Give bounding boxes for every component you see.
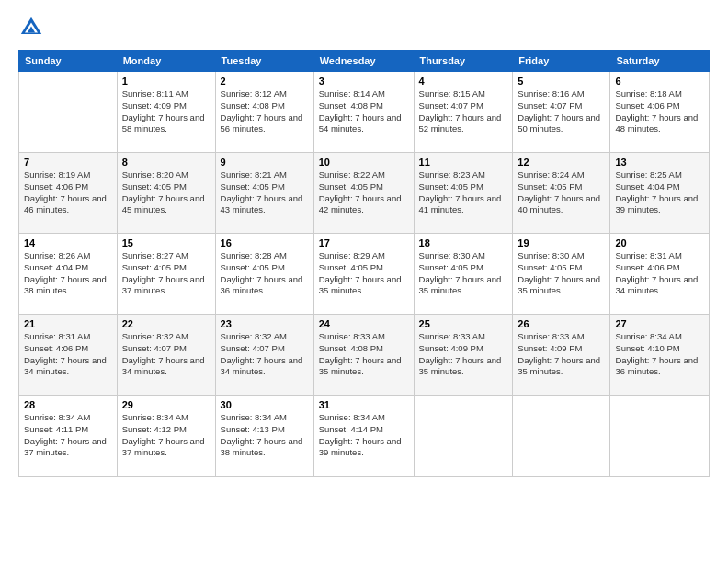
calendar-cell: 16Sunrise: 8:28 AMSunset: 4:05 PMDayligh… (215, 234, 313, 315)
day-detail: Sunrise: 8:24 AMSunset: 4:05 PMDaylight:… (518, 169, 605, 216)
day-number: 5 (518, 75, 605, 86)
day-number: 21 (24, 318, 112, 329)
day-number: 24 (319, 318, 409, 329)
day-detail: Sunrise: 8:34 AMSunset: 4:13 PMDaylight:… (221, 412, 309, 459)
day-number: 19 (518, 237, 605, 248)
calendar-cell: 6Sunrise: 8:18 AMSunset: 4:06 PMDaylight… (610, 72, 710, 153)
weekday-header: Saturday (610, 51, 710, 72)
day-detail: Sunrise: 8:11 AMSunset: 4:09 PMDaylight:… (122, 88, 210, 135)
calendar-cell: 15Sunrise: 8:27 AMSunset: 4:05 PMDayligh… (117, 234, 215, 315)
weekday-header: Thursday (414, 51, 513, 72)
calendar-cell: 26Sunrise: 8:33 AMSunset: 4:09 PMDayligh… (513, 315, 610, 396)
calendar-cell: 28Sunrise: 8:34 AMSunset: 4:11 PMDayligh… (19, 396, 118, 477)
calendar-cell: 31Sunrise: 8:34 AMSunset: 4:14 PMDayligh… (313, 396, 414, 477)
calendar-cell: 18Sunrise: 8:30 AMSunset: 4:05 PMDayligh… (414, 234, 513, 315)
logo (18, 15, 48, 40)
day-number: 1 (122, 75, 210, 86)
calendar-cell: 5Sunrise: 8:16 AMSunset: 4:07 PMDaylight… (513, 72, 610, 153)
calendar-cell: 1Sunrise: 8:11 AMSunset: 4:09 PMDaylight… (117, 72, 215, 153)
weekday-header: Monday (117, 51, 215, 72)
calendar-week-row: 14Sunrise: 8:26 AMSunset: 4:04 PMDayligh… (19, 234, 710, 315)
calendar-cell: 13Sunrise: 8:25 AMSunset: 4:04 PMDayligh… (610, 153, 710, 234)
calendar-week-row: 21Sunrise: 8:31 AMSunset: 4:06 PMDayligh… (19, 315, 710, 396)
day-number: 6 (615, 75, 704, 86)
day-detail: Sunrise: 8:12 AMSunset: 4:08 PMDaylight:… (221, 88, 309, 135)
calendar-cell: 2Sunrise: 8:12 AMSunset: 4:08 PMDaylight… (215, 72, 313, 153)
day-detail: Sunrise: 8:19 AMSunset: 4:06 PMDaylight:… (24, 169, 112, 216)
calendar-cell: 9Sunrise: 8:21 AMSunset: 4:05 PMDaylight… (215, 153, 313, 234)
day-detail: Sunrise: 8:15 AMSunset: 4:07 PMDaylight:… (419, 88, 508, 135)
calendar-cell: 21Sunrise: 8:31 AMSunset: 4:06 PMDayligh… (19, 315, 118, 396)
day-detail: Sunrise: 8:33 AMSunset: 4:08 PMDaylight:… (319, 331, 409, 378)
calendar-cell: 11Sunrise: 8:23 AMSunset: 4:05 PMDayligh… (414, 153, 513, 234)
calendar-cell: 25Sunrise: 8:33 AMSunset: 4:09 PMDayligh… (414, 315, 513, 396)
day-detail: Sunrise: 8:34 AMSunset: 4:11 PMDaylight:… (24, 412, 112, 459)
day-number: 9 (221, 156, 309, 167)
day-number: 28 (24, 399, 112, 410)
day-detail: Sunrise: 8:21 AMSunset: 4:05 PMDaylight:… (221, 169, 309, 216)
day-number: 20 (615, 237, 704, 248)
calendar-cell: 23Sunrise: 8:32 AMSunset: 4:07 PMDayligh… (215, 315, 313, 396)
weekday-header: Wednesday (313, 51, 414, 72)
day-number: 25 (419, 318, 508, 329)
calendar-cell (19, 72, 118, 153)
day-detail: Sunrise: 8:30 AMSunset: 4:05 PMDaylight:… (518, 250, 605, 297)
calendar-cell: 22Sunrise: 8:32 AMSunset: 4:07 PMDayligh… (117, 315, 215, 396)
calendar-cell: 3Sunrise: 8:14 AMSunset: 4:08 PMDaylight… (313, 72, 414, 153)
day-detail: Sunrise: 8:33 AMSunset: 4:09 PMDaylight:… (419, 331, 508, 378)
calendar-cell: 19Sunrise: 8:30 AMSunset: 4:05 PMDayligh… (513, 234, 610, 315)
day-number: 2 (221, 75, 309, 86)
day-number: 3 (319, 75, 409, 86)
calendar-cell: 27Sunrise: 8:34 AMSunset: 4:10 PMDayligh… (610, 315, 710, 396)
day-number: 10 (319, 156, 409, 167)
day-number: 8 (122, 156, 210, 167)
calendar-cell: 24Sunrise: 8:33 AMSunset: 4:08 PMDayligh… (313, 315, 414, 396)
day-detail: Sunrise: 8:26 AMSunset: 4:04 PMDaylight:… (24, 250, 112, 297)
day-number: 15 (122, 237, 210, 248)
day-number: 4 (419, 75, 508, 86)
header (18, 15, 710, 40)
day-number: 13 (615, 156, 704, 167)
calendar-week-row: 28Sunrise: 8:34 AMSunset: 4:11 PMDayligh… (19, 396, 710, 477)
day-detail: Sunrise: 8:27 AMSunset: 4:05 PMDaylight:… (122, 250, 210, 297)
day-number: 12 (518, 156, 605, 167)
day-number: 26 (518, 318, 605, 329)
calendar-table: SundayMondayTuesdayWednesdayThursdayFrid… (18, 50, 710, 477)
calendar-cell (513, 396, 610, 477)
day-detail: Sunrise: 8:31 AMSunset: 4:06 PMDaylight:… (615, 250, 704, 297)
day-detail: Sunrise: 8:30 AMSunset: 4:05 PMDaylight:… (419, 250, 508, 297)
calendar-cell (610, 396, 710, 477)
day-detail: Sunrise: 8:28 AMSunset: 4:05 PMDaylight:… (221, 250, 309, 297)
day-number: 23 (221, 318, 309, 329)
day-number: 7 (24, 156, 112, 167)
day-detail: Sunrise: 8:32 AMSunset: 4:07 PMDaylight:… (221, 331, 309, 378)
calendar-cell: 10Sunrise: 8:22 AMSunset: 4:05 PMDayligh… (313, 153, 414, 234)
calendar-cell (414, 396, 513, 477)
weekday-header: Tuesday (215, 51, 313, 72)
day-detail: Sunrise: 8:16 AMSunset: 4:07 PMDaylight:… (518, 88, 605, 135)
calendar-week-row: 7Sunrise: 8:19 AMSunset: 4:06 PMDaylight… (19, 153, 710, 234)
day-number: 31 (319, 399, 409, 410)
day-number: 11 (419, 156, 508, 167)
day-detail: Sunrise: 8:32 AMSunset: 4:07 PMDaylight:… (122, 331, 210, 378)
calendar-cell: 7Sunrise: 8:19 AMSunset: 4:06 PMDaylight… (19, 153, 118, 234)
calendar-cell: 29Sunrise: 8:34 AMSunset: 4:12 PMDayligh… (117, 396, 215, 477)
day-number: 27 (615, 318, 704, 329)
day-detail: Sunrise: 8:25 AMSunset: 4:04 PMDaylight:… (615, 169, 704, 216)
day-detail: Sunrise: 8:33 AMSunset: 4:09 PMDaylight:… (518, 331, 605, 378)
weekday-header: Sunday (19, 51, 118, 72)
calendar-week-row: 1Sunrise: 8:11 AMSunset: 4:09 PMDaylight… (19, 72, 710, 153)
day-detail: Sunrise: 8:29 AMSunset: 4:05 PMDaylight:… (319, 250, 409, 297)
day-detail: Sunrise: 8:34 AMSunset: 4:12 PMDaylight:… (122, 412, 210, 459)
day-number: 30 (221, 399, 309, 410)
day-detail: Sunrise: 8:14 AMSunset: 4:08 PMDaylight:… (319, 88, 409, 135)
day-number: 18 (419, 237, 508, 248)
day-detail: Sunrise: 8:22 AMSunset: 4:05 PMDaylight:… (319, 169, 409, 216)
day-detail: Sunrise: 8:34 AMSunset: 4:10 PMDaylight:… (615, 331, 704, 378)
calendar-header-row: SundayMondayTuesdayWednesdayThursdayFrid… (19, 51, 710, 72)
day-number: 29 (122, 399, 210, 410)
day-detail: Sunrise: 8:23 AMSunset: 4:05 PMDaylight:… (419, 169, 508, 216)
day-detail: Sunrise: 8:31 AMSunset: 4:06 PMDaylight:… (24, 331, 112, 378)
weekday-header: Friday (513, 51, 610, 72)
calendar-cell: 12Sunrise: 8:24 AMSunset: 4:05 PMDayligh… (513, 153, 610, 234)
